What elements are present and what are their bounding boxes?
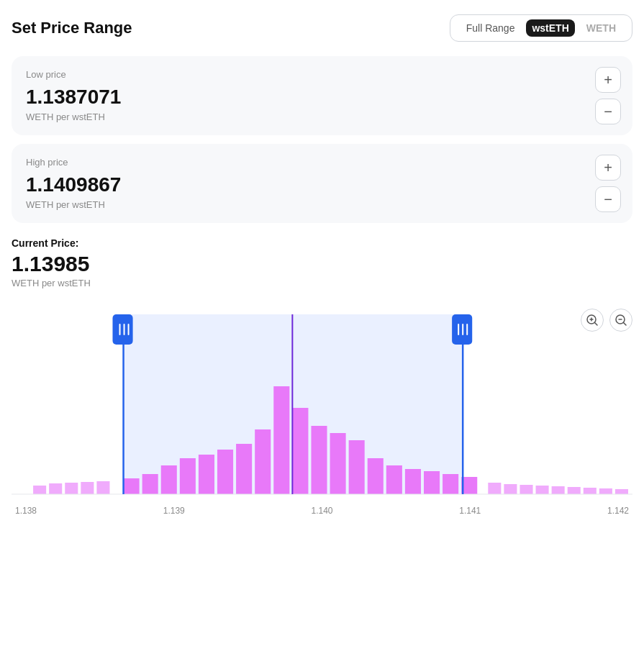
current-price-unit: WETH per wstETH [12, 278, 632, 288]
bar-27 [520, 485, 532, 494]
currency-option-wsteth[interactable]: wstETH [526, 19, 574, 37]
bar-29 [552, 486, 565, 494]
low-price-label: Low price [26, 69, 618, 80]
price-range-chart[interactable] [12, 314, 632, 501]
x-axis: 1.138 1.139 1.140 1.141 1.142 [12, 501, 632, 516]
bar-7 [142, 474, 158, 494]
bar-1 [33, 486, 46, 494]
bar-13 [255, 429, 271, 494]
bar-6 [124, 478, 140, 494]
high-price-increment-button[interactable]: + [595, 155, 621, 181]
bar-5 [96, 481, 109, 494]
bar-31 [584, 488, 597, 494]
bar-11 [217, 450, 233, 494]
high-price-unit: WETH per wstETH [26, 199, 618, 210]
currency-option-weth[interactable]: WETH [581, 19, 622, 37]
bar-28 [536, 486, 549, 494]
bar-33 [615, 489, 628, 494]
bar-21 [405, 469, 421, 494]
bar-32 [599, 488, 612, 494]
currency-toggle: Full Range wstETH WETH [450, 14, 632, 42]
bar-12 [236, 444, 252, 494]
page-header: Set Price Range Full Range wstETH WETH [12, 14, 632, 42]
low-price-box: Low price 1.1387071 WETH per wstETH + − [12, 56, 632, 135]
bar-26 [504, 484, 517, 494]
chart-section: 1.138 1.139 1.140 1.141 1.142 [12, 314, 632, 516]
bar-2 [49, 483, 62, 494]
bar-16 [311, 426, 327, 494]
x-label-1140: 1.140 [308, 506, 337, 516]
bar-18 [349, 440, 365, 494]
bar-3 [65, 483, 78, 494]
high-price-label: High price [26, 157, 618, 168]
high-price-controls: + − [595, 155, 621, 212]
low-price-value: 1.1387071 [26, 86, 618, 109]
bar-24 [461, 477, 477, 494]
bar-4 [81, 482, 94, 494]
bar-25 [488, 483, 501, 494]
x-label-1141: 1.141 [455, 506, 484, 516]
x-label-1142: 1.142 [604, 506, 632, 516]
low-price-decrement-button[interactable]: − [595, 99, 621, 124]
bar-22 [424, 471, 440, 494]
x-label-1139: 1.139 [160, 506, 189, 516]
low-price-unit: WETH per wstETH [26, 111, 618, 122]
bar-8 [161, 465, 177, 494]
chart-svg [12, 314, 632, 501]
full-range-button[interactable]: Full Range [461, 19, 521, 37]
current-price-section: Current Price: 1.13985 WETH per wstETH [12, 237, 632, 288]
bar-19 [368, 458, 384, 494]
bar-9 [180, 458, 196, 494]
current-price-label: Current Price: [12, 237, 632, 249]
bar-23 [443, 474, 458, 494]
high-price-box: High price 1.1409867 WETH per wstETH + − [12, 144, 632, 223]
bar-14 [273, 386, 289, 494]
low-price-controls: + − [595, 67, 621, 124]
bar-30 [568, 487, 581, 494]
page-title: Set Price Range [12, 19, 132, 37]
bar-10 [199, 455, 214, 494]
bar-17 [330, 433, 346, 494]
x-label-1138: 1.138 [12, 506, 40, 516]
bar-20 [386, 465, 402, 494]
bar-15 [292, 408, 308, 494]
low-price-increment-button[interactable]: + [595, 67, 621, 93]
left-handle[interactable] [112, 314, 132, 345]
high-price-value: 1.1409867 [26, 173, 618, 196]
current-price-value: 1.13985 [12, 252, 632, 276]
high-price-decrement-button[interactable]: − [595, 186, 621, 212]
